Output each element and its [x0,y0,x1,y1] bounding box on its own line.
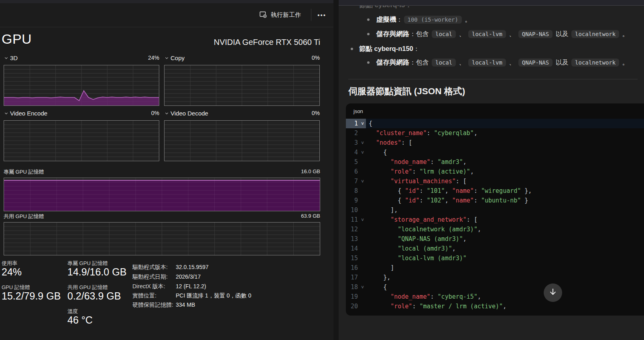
chart-label: Copy [171,55,185,61]
fold-arrow-icon[interactable]: v [359,282,366,292]
arrow-down-icon [549,287,557,298]
line-number: 8 [346,186,359,196]
token-pun: , [503,303,506,310]
code-line: 6 "role": "lrm (active)", [346,167,644,176]
code-line: 16 ] [346,263,644,273]
fold-arrow-empty [359,128,366,138]
token-str: "local-lvm (amdr3)" [398,255,467,262]
token-pun: : [412,168,419,175]
chevron-down-icon[interactable] [164,55,169,60]
code-line: 10 ], [346,205,644,215]
code-line: 19 "node_name": "cyberq-i5", [346,292,644,302]
bold-label: 儲存與網路 [376,59,410,66]
inline-code-chip: local-lvm [468,59,506,67]
token-pun: : [ [401,139,412,146]
code-text: { "id": "101", "name": "wireguard" }, [366,186,532,196]
code-text: "node_name": "amdr3", [366,157,467,167]
fold-arrow-empty [359,186,366,196]
run-new-task-button[interactable]: 執行新工作 [255,7,305,22]
more-options-button[interactable]: ••• [315,7,329,22]
line-number: 15 [346,253,359,263]
text-run: 、 [457,59,467,66]
code-line: 11v "storage_and_network": [ [346,215,644,225]
gpu-name: NVIDIA GeForce RTX 5060 Ti [214,38,320,47]
section-heading: 伺服器節點資訊 (JSON 格式) [348,85,465,97]
chart-label: 3D [10,55,18,61]
code-line: 5 "node_name": "amdr3", [346,157,644,167]
page-title: GPU [2,31,32,47]
token-key: "name" [452,197,474,204]
utilization-value: 24% [2,266,22,278]
fold-arrow-icon[interactable]: v [359,138,366,148]
token-pun: : [419,187,427,194]
token-pun: { [398,197,405,204]
token-pun: , [463,158,467,166]
temperature-value: 46 °C [67,314,93,326]
driver-version-value: 32.0.15.9597 [176,264,209,270]
chart-header-copy: Copy 0% [164,53,320,63]
token-key: "cluster_name" [376,130,427,137]
fold-arrow-empty [359,263,366,273]
code-line: 20 "role": "master / lrm (active)", [346,302,644,311]
task-manager-window: 執行新工作 ••• GPU NVIDIA GeForce RTX 5060 Ti… [0,0,333,340]
token-str: "cyberqlab" [434,130,474,137]
text-run: 。 [463,16,471,23]
line-number: 10 [346,205,359,215]
hw-reserved-memory-value: 334 MB [176,302,195,308]
chevron-down-icon[interactable] [164,111,169,115]
fold-arrow-empty [359,273,366,282]
line-number: 2 [346,128,359,138]
fold-arrow-icon[interactable]: v [359,119,366,128]
code-lines: 1v{2 "cluster_name": "cyberqlab",3v "nod… [346,119,644,311]
scroll-to-bottom-button[interactable] [544,283,562,302]
list-item: 儲存與網路：包含 local 、 local-lvm 、 QNAP-NAS 以及… [333,57,642,68]
code-line: 7v "virtual_machines": [ [346,176,644,186]
code-text: { [366,282,387,292]
code-line: 17 }, [346,273,644,282]
list-item-text: 節點 cyberq-n150： [353,43,420,54]
line-number: 6 [346,167,359,176]
text-run: 。 [620,59,628,66]
directx-version-value: 12 (FL 12.2) [176,283,206,289]
code-language-label: json [346,103,644,119]
token-pun: : [ [456,178,467,185]
token-pun: : [ [467,216,477,223]
token-pun: : [427,130,434,137]
code-text: "storage_and_network": [ [366,215,477,225]
fold-arrow-icon[interactable]: v [359,215,366,225]
token-pun: , [477,226,481,233]
code-text: ], [366,205,398,215]
line-number: 14 [346,244,359,253]
code-line: 12 "localnetwork (amdr3)", [346,225,644,234]
run-new-task-label: 執行新工作 [271,11,301,19]
token-pun: , [452,245,456,252]
bold-label: 儲存與網路 [376,30,410,37]
window-divider [333,0,339,340]
chart-label: Video Decode [171,110,208,117]
chat-panel: 節點 cyberq-i5： 虛擬機：100 (i5-worker) 。儲存與網路… [333,0,644,340]
token-key: "storage_and_network" [390,216,467,223]
chart-percent: 0% [151,110,159,116]
inline-code-chip: localnetwork [571,30,619,38]
text-run: 、 [507,30,517,37]
token-key: "id" [405,197,419,204]
line-number: 13 [346,234,359,244]
token-pun: ], [390,206,398,214]
token-pun: : [419,197,427,204]
fold-arrow-icon[interactable]: v [359,148,366,157]
token-pun: , [470,168,474,175]
driver-date-label: 驅動程式日期: [132,273,168,281]
chart-header-3d: 3D 24% [4,53,159,63]
chart-percent: 0% [312,110,320,116]
fold-arrow-icon[interactable]: v [359,176,366,186]
usage-chart-3d [4,65,159,106]
shared-memory-capacity: 63.9 GB [301,213,320,219]
line-number: 11 [346,215,359,225]
driver-version-label: 驅動程式版本: [132,264,168,271]
token-str: "lrm (active)" [419,168,470,175]
chevron-down-icon[interactable] [4,55,8,60]
chevron-down-icon[interactable] [4,111,8,115]
dedicated-memory-chart [4,178,320,211]
line-number: 16 [346,263,359,273]
new-task-window-icon [259,10,267,20]
